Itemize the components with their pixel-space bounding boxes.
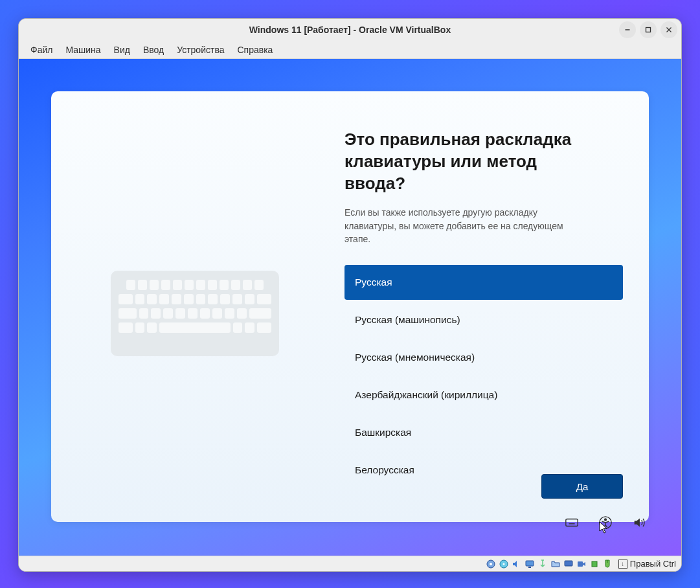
osd-keyboard-icon[interactable] — [565, 515, 579, 530]
hostkey-arrow-icon: ↓ — [618, 560, 627, 569]
vbox-mouse-integration-icon[interactable] — [602, 558, 613, 570]
yes-button[interactable]: Да — [541, 474, 623, 499]
menu-devices[interactable]: Устройства — [170, 42, 231, 58]
vbox-hdd-icon[interactable] — [485, 558, 497, 570]
virtualbox-window: Windows 11 [Работает] - Oracle VM Virtua… — [18, 18, 682, 572]
accessibility-icon[interactable] — [598, 515, 613, 530]
vbox-optical-icon[interactable] — [498, 558, 510, 570]
menu-machine[interactable]: Машина — [59, 42, 107, 58]
oobe-subtitle: Если вы также используете другую расклад… — [344, 206, 591, 245]
oobe-content-pane: Это правильная раскладка клавиатуры или … — [338, 91, 649, 522]
oobe-card: Это правильная раскладка клавиатуры или … — [51, 91, 649, 522]
layout-option[interactable]: Башкирская — [344, 415, 623, 450]
vbox-audio-icon[interactable] — [511, 558, 523, 570]
vbox-cpu-icon[interactable] — [589, 558, 600, 570]
svg-rect-19 — [578, 561, 583, 567]
minimize-button[interactable] — [619, 21, 636, 38]
volume-icon[interactable] — [632, 515, 646, 530]
svg-rect-16 — [526, 561, 534, 566]
layout-option[interactable]: Русская (машинопись) — [344, 302, 623, 337]
vbox-statusbar: ↓ Правый Ctrl — [19, 556, 681, 571]
keyboard-layout-list: Русская Русская (машинопись) Русская (мн… — [344, 265, 623, 488]
svg-rect-4 — [566, 519, 578, 526]
vbox-recording-icon[interactable] — [576, 558, 587, 570]
svg-point-11 — [605, 519, 607, 521]
vbox-display-icon[interactable] — [563, 558, 574, 570]
menu-help[interactable]: Справка — [231, 42, 279, 58]
layout-option[interactable]: Русская (мнемоническая) — [344, 340, 623, 375]
menu-input[interactable]: Ввод — [137, 42, 170, 58]
svg-point-13 — [490, 563, 492, 565]
hostkey-label: Правый Ctrl — [630, 559, 676, 569]
svg-rect-20 — [592, 561, 597, 567]
keyboard-icon — [111, 271, 279, 356]
vbox-hostkey-indicator[interactable]: ↓ Правый Ctrl — [618, 559, 676, 569]
vbox-shared-folder-icon[interactable] — [550, 558, 561, 570]
oobe-illustration-pane — [51, 91, 338, 522]
oobe-heading: Это правильная раскладка клавиатуры или … — [344, 129, 591, 194]
oobe-tray — [565, 515, 646, 530]
svg-point-15 — [502, 563, 504, 565]
svg-rect-18 — [565, 561, 572, 566]
window-title: Windows 11 [Работает] - Oracle VM Virtua… — [249, 25, 451, 35]
vm-display[interactable]: Это правильная раскладка клавиатуры или … — [19, 59, 681, 556]
svg-rect-17 — [528, 567, 531, 568]
vbox-usb-icon[interactable] — [537, 558, 548, 570]
titlebar[interactable]: Windows 11 [Работает] - Oracle VM Virtua… — [19, 19, 681, 41]
menubar: Файл Машина Вид Ввод Устройства Справка — [19, 41, 681, 59]
layout-option[interactable]: Русская — [344, 265, 623, 300]
svg-rect-1 — [646, 28, 651, 32]
menu-file[interactable]: Файл — [24, 42, 59, 58]
menu-view[interactable]: Вид — [107, 42, 137, 58]
vbox-network-icon[interactable] — [524, 558, 536, 570]
window-controls — [619, 21, 677, 38]
close-button[interactable] — [660, 21, 677, 38]
yes-button-label: Да — [576, 481, 589, 492]
layout-option[interactable]: Азербайджанский (кириллица) — [344, 378, 623, 413]
maximize-button[interactable] — [640, 21, 657, 38]
